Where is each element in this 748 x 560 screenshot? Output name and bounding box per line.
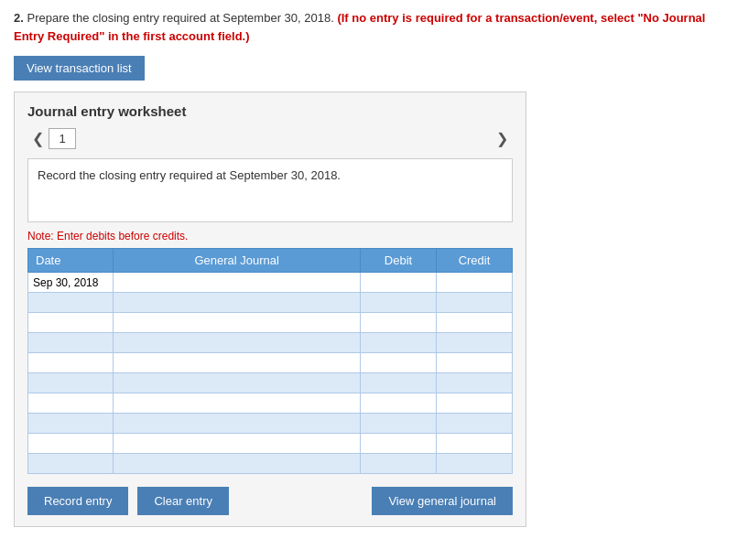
date-input[interactable]	[28, 273, 113, 292]
next-page-button[interactable]: ❯	[492, 128, 513, 149]
question-section: 2. Prepare the closing entry required at…	[14, 9, 734, 45]
table-row	[28, 293, 513, 313]
credit-input[interactable]	[437, 434, 512, 453]
record-entry-button[interactable]: Record entry	[27, 487, 128, 515]
question-number: 2.	[14, 11, 24, 25]
general-journal-cell[interactable]	[114, 353, 361, 373]
note-text: Note: Enter debits before credits.	[27, 230, 513, 242]
debit-cell[interactable]	[361, 273, 437, 293]
date-input[interactable]	[28, 353, 113, 372]
general-journal-input[interactable]	[114, 333, 360, 352]
credit-input[interactable]	[437, 454, 512, 473]
date-cell[interactable]	[28, 353, 114, 373]
credit-input[interactable]	[437, 353, 512, 372]
debit-input[interactable]	[361, 353, 436, 372]
debit-cell[interactable]	[361, 373, 437, 393]
debit-cell[interactable]	[361, 414, 437, 434]
prev-page-button[interactable]: ❮	[27, 128, 49, 149]
debit-cell[interactable]	[361, 313, 437, 333]
date-cell[interactable]	[28, 454, 114, 474]
debit-input[interactable]	[361, 313, 436, 332]
general-journal-cell[interactable]	[114, 313, 361, 333]
debit-input[interactable]	[361, 393, 436, 413]
debit-input[interactable]	[361, 414, 436, 433]
credit-cell[interactable]	[436, 313, 512, 333]
general-journal-cell[interactable]	[114, 333, 361, 353]
debit-cell[interactable]	[361, 434, 437, 454]
date-input[interactable]	[28, 313, 113, 332]
general-journal-input[interactable]	[114, 454, 360, 473]
debit-input[interactable]	[361, 333, 436, 352]
debit-input[interactable]	[361, 273, 436, 292]
debit-cell[interactable]	[361, 293, 437, 313]
date-input[interactable]	[28, 414, 113, 433]
debit-cell[interactable]	[361, 353, 437, 373]
table-row	[28, 373, 513, 393]
general-journal-input[interactable]	[114, 273, 360, 292]
date-cell[interactable]	[28, 414, 114, 434]
date-input[interactable]	[28, 393, 113, 413]
credit-cell[interactable]	[436, 293, 512, 313]
credit-input[interactable]	[437, 313, 512, 332]
general-journal-input[interactable]	[114, 313, 360, 332]
general-journal-input[interactable]	[114, 353, 360, 372]
date-cell[interactable]	[28, 293, 114, 313]
date-input[interactable]	[28, 293, 113, 312]
debit-input[interactable]	[361, 454, 436, 473]
date-cell[interactable]	[28, 313, 114, 333]
general-journal-cell[interactable]	[114, 373, 361, 393]
credit-cell[interactable]	[436, 434, 512, 454]
header-debit: Debit	[361, 249, 437, 273]
credit-input[interactable]	[437, 333, 512, 352]
worksheet-nav-row: ❮ 1 ❯	[27, 128, 513, 149]
credit-cell[interactable]	[436, 414, 512, 434]
table-row	[28, 353, 513, 373]
general-journal-cell[interactable]	[114, 393, 361, 414]
date-cell[interactable]	[28, 373, 114, 393]
general-journal-input[interactable]	[114, 414, 360, 433]
date-cell[interactable]	[28, 333, 114, 353]
table-header-row: Date General Journal Debit Credit	[28, 249, 513, 273]
credit-input[interactable]	[437, 273, 512, 292]
general-journal-cell[interactable]	[114, 414, 361, 434]
debit-input[interactable]	[361, 434, 436, 453]
credit-cell[interactable]	[436, 373, 512, 393]
journal-entry-worksheet: Journal entry worksheet ❮ 1 ❯ Record the…	[14, 92, 526, 527]
credit-input[interactable]	[437, 414, 512, 433]
worksheet-title: Journal entry worksheet	[27, 103, 513, 119]
view-general-journal-button[interactable]: View general journal	[372, 487, 513, 515]
date-input[interactable]	[28, 333, 113, 352]
general-journal-input[interactable]	[114, 293, 360, 312]
general-journal-cell[interactable]	[114, 454, 361, 474]
debit-input[interactable]	[361, 293, 436, 312]
credit-cell[interactable]	[436, 333, 512, 353]
debit-input[interactable]	[361, 373, 436, 393]
clear-entry-button[interactable]: Clear entry	[137, 487, 229, 515]
date-cell[interactable]	[28, 273, 114, 293]
credit-input[interactable]	[437, 373, 512, 393]
debit-cell[interactable]	[361, 393, 437, 414]
date-cell[interactable]	[28, 393, 114, 414]
credit-input[interactable]	[437, 293, 512, 312]
general-journal-cell[interactable]	[114, 273, 361, 293]
credit-cell[interactable]	[436, 454, 512, 474]
date-input[interactable]	[28, 434, 113, 453]
credit-cell[interactable]	[436, 353, 512, 373]
question-text: 2. Prepare the closing entry required at…	[14, 9, 734, 45]
debit-cell[interactable]	[361, 333, 437, 353]
view-transaction-button[interactable]: View transaction list	[14, 56, 145, 81]
credit-cell[interactable]	[436, 393, 512, 414]
date-input[interactable]	[28, 373, 113, 393]
general-journal-input[interactable]	[114, 373, 360, 393]
general-journal-input[interactable]	[114, 434, 360, 453]
table-row	[28, 393, 513, 414]
journal-table: Date General Journal Debit Credit	[27, 248, 513, 474]
credit-cell[interactable]	[436, 273, 512, 293]
date-input[interactable]	[28, 454, 113, 473]
general-journal-cell[interactable]	[114, 293, 361, 313]
credit-input[interactable]	[437, 393, 512, 413]
general-journal-input[interactable]	[114, 393, 360, 413]
debit-cell[interactable]	[361, 454, 437, 474]
date-cell[interactable]	[28, 434, 114, 454]
general-journal-cell[interactable]	[114, 434, 361, 454]
